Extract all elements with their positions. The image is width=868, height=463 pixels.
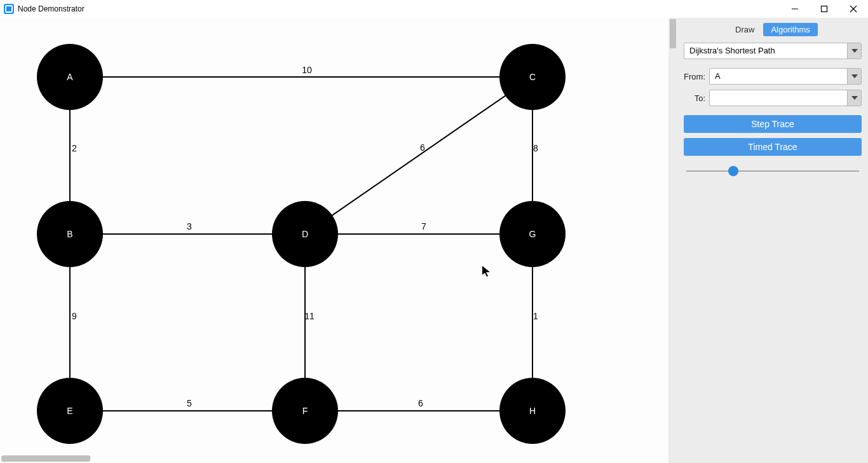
graph-canvas[interactable]: 1028637911156ACBDGEFH: [0, 18, 668, 463]
node-label: E: [67, 406, 72, 416]
node-label: C: [529, 72, 536, 82]
from-row: From: A: [684, 68, 862, 85]
algorithm-select[interactable]: Dijkstra's Shortest Path: [684, 43, 862, 59]
edge-weight: 5: [187, 398, 192, 408]
edge-weight: 9: [72, 311, 77, 321]
minimize-icon: [791, 5, 799, 13]
node-label: H: [529, 406, 536, 416]
from-select-value: A: [710, 69, 847, 84]
svg-rect-1: [822, 6, 827, 12]
node-label: B: [67, 229, 72, 239]
client-area: 1028637911156ACBDGEFH Draw Algorithms Di…: [0, 18, 868, 463]
to-select-value: [710, 90, 847, 106]
sidebar: Draw Algorithms Dijkstra's Shortest Path…: [677, 18, 868, 463]
from-label: From:: [684, 72, 709, 81]
chevron-down-icon: [847, 69, 861, 84]
edge-weight: 8: [533, 143, 538, 153]
chevron-down-icon: [847, 90, 861, 106]
algorithm-row: Dijkstra's Shortest Path: [684, 43, 862, 59]
speed-slider[interactable]: [684, 165, 862, 177]
vertical-scrollbar-thumb[interactable]: [670, 19, 676, 48]
edge-weight: 6: [420, 142, 425, 153]
close-button[interactable]: [839, 0, 868, 18]
step-trace-button[interactable]: Step Trace: [684, 115, 862, 133]
vertical-scrollbar[interactable]: [668, 18, 677, 463]
edge-weight: 3: [187, 221, 192, 232]
to-row: To:: [684, 90, 862, 106]
edge-weight: 10: [302, 65, 312, 75]
window-title: Node Demonstrator: [18, 4, 85, 13]
edge-weight: 1: [533, 311, 538, 321]
edge-weight: 11: [304, 311, 315, 321]
timed-trace-button[interactable]: Timed Trace: [684, 138, 862, 156]
titlebar: Node Demonstrator: [0, 0, 868, 18]
minimize-button[interactable]: [780, 0, 810, 18]
to-label: To:: [684, 93, 709, 103]
tab-draw[interactable]: Draw: [728, 23, 762, 36]
app-icon: [4, 4, 14, 14]
edge-weight: 7: [421, 221, 426, 232]
to-select[interactable]: [709, 90, 862, 106]
algorithm-select-value: Dijkstra's Shortest Path: [684, 43, 847, 59]
mode-tabs: Draw Algorithms: [684, 23, 862, 36]
close-icon: [850, 5, 857, 13]
horizontal-scrollbar[interactable]: [1, 455, 90, 462]
maximize-button[interactable]: [810, 0, 839, 18]
edge-weight: 2: [72, 143, 77, 153]
maximize-icon: [820, 5, 828, 13]
chevron-down-icon: [847, 43, 861, 59]
from-select[interactable]: A: [709, 68, 862, 85]
window-controls: [780, 0, 868, 18]
slider-thumb[interactable]: [728, 166, 738, 176]
edge-weight: 6: [418, 398, 423, 408]
tab-algorithms[interactable]: Algorithms: [763, 23, 817, 36]
node-label: D: [302, 229, 308, 239]
graph-edge[interactable]: [305, 77, 532, 234]
node-label: G: [529, 229, 536, 239]
node-label: F: [302, 406, 308, 416]
slider-track: [686, 170, 859, 172]
node-label: A: [67, 72, 73, 82]
